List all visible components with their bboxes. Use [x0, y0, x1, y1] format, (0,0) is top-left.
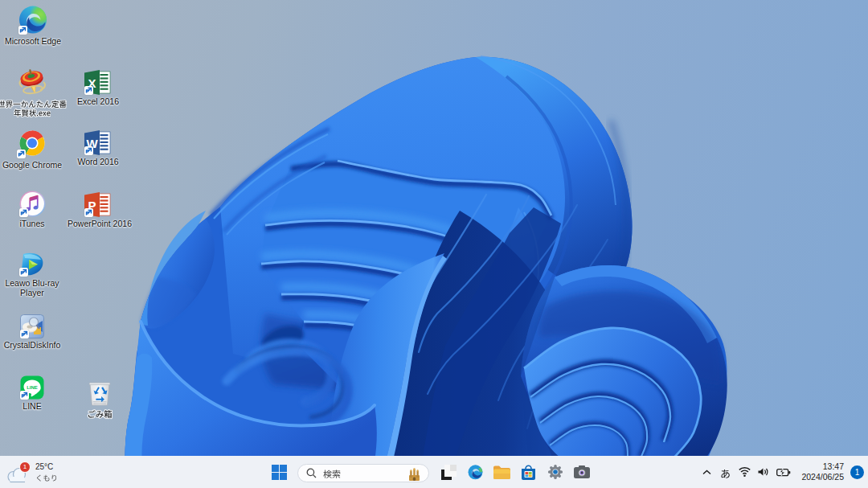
svg-text:LINE: LINE — [27, 385, 38, 390]
